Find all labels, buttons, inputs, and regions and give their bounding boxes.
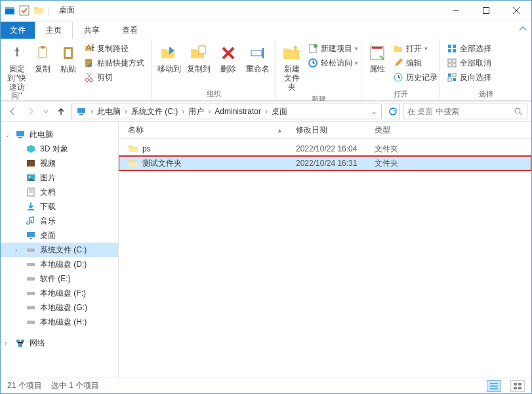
svg-rect-73	[514, 387, 517, 389]
tree-item[interactable]: 3D 对象	[1, 142, 118, 156]
details-view-button[interactable]	[487, 380, 501, 392]
svg-point-46	[29, 176, 31, 178]
svg-rect-72	[518, 383, 522, 385]
svg-rect-41	[18, 137, 22, 138]
tab-home[interactable]: 主页	[35, 22, 73, 39]
invert-selection-button[interactable]: 反向选择	[444, 70, 494, 85]
breadcrumb-dropdown-icon[interactable]: ⌄	[368, 104, 380, 119]
tree-item[interactable]: 本地磁盘 (H:)	[1, 315, 118, 329]
tab-share[interactable]: 共享	[73, 22, 111, 39]
select-none-button[interactable]: 全部取消	[444, 56, 494, 70]
svg-point-15	[90, 79, 93, 82]
svg-rect-1	[5, 7, 14, 9]
paste-button[interactable]: 粘贴	[56, 41, 80, 75]
move-to-button[interactable]: 移动到	[155, 41, 184, 75]
svg-rect-2	[20, 6, 29, 15]
file-row[interactable]: ps 2022/10/22 16:04 文件夹	[119, 142, 531, 156]
new-item-button[interactable]: 新建项目▾	[305, 41, 361, 56]
tree-item[interactable]: ›系统文件 (C:)	[1, 243, 118, 257]
svg-rect-26	[448, 49, 451, 52]
address-bar: › 此电脑› 系统文件 (C:)› 用户› Administrator› 桌面 …	[1, 101, 531, 122]
edit-button[interactable]: 编辑	[390, 56, 440, 70]
breadcrumb-pc-icon[interactable]	[73, 104, 89, 119]
svg-rect-32	[448, 73, 451, 77]
svg-rect-8	[41, 46, 45, 49]
tree-network[interactable]: ›网络	[1, 336, 118, 350]
pin-quick-access-button[interactable]: 固定到"快速访问"	[5, 41, 29, 102]
quickaccess-check-icon[interactable]	[19, 5, 30, 16]
easy-access-button[interactable]: 轻松访问▾	[305, 56, 361, 70]
breadcrumb-item[interactable]: 用户	[186, 104, 207, 119]
column-name[interactable]: 名称▲	[119, 125, 296, 136]
content-pane: 名称▲ 修改日期 类型 ps 2022/10/22 16:04 文件夹 测试文件…	[119, 122, 531, 378]
nav-forward-button[interactable]	[23, 104, 39, 119]
refresh-button[interactable]	[384, 104, 400, 119]
copy-to-button[interactable]: 复制到	[185, 41, 213, 75]
breadcrumb-item[interactable]: 桌面	[269, 104, 290, 119]
breadcrumb-sep[interactable]: ›	[89, 107, 94, 116]
search-input[interactable]	[407, 107, 510, 116]
tree-item[interactable]: 本地磁盘 (G:)	[1, 300, 118, 315]
tab-view[interactable]: 查看	[111, 22, 149, 39]
cut-button[interactable]: 剪切	[81, 70, 147, 85]
svg-point-62	[33, 307, 34, 309]
tree-item[interactable]: 本地磁盘 (D:)	[1, 257, 118, 271]
svg-rect-74	[518, 387, 522, 389]
maximize-button[interactable]	[471, 1, 501, 20]
breadcrumb-item[interactable]: 此电脑	[94, 104, 123, 119]
svg-text:ABC: ABC	[86, 43, 94, 52]
tab-file[interactable]: 文件	[1, 22, 35, 39]
column-date[interactable]: 修改日期	[296, 125, 375, 136]
breadcrumb[interactable]: › 此电脑› 系统文件 (C:)› 用户› Administrator› 桌面 …	[72, 104, 382, 119]
svg-rect-16	[199, 46, 205, 54]
tree-item[interactable]: 桌面	[1, 228, 118, 243]
new-folder-button[interactable]: 新建文件夹	[280, 41, 304, 93]
column-type[interactable]: 类型	[375, 125, 531, 136]
svg-rect-65	[16, 340, 20, 342]
paste-shortcut-button[interactable]: 粘贴快捷方式	[81, 56, 147, 70]
open-button[interactable]: 打开▾	[390, 41, 440, 56]
column-headers: 名称▲ 修改日期 类型	[119, 122, 531, 139]
file-list: ps 2022/10/22 16:04 文件夹 测试文件夹 2022/10/24…	[119, 139, 531, 378]
svg-point-38	[515, 108, 520, 113]
nav-back-button[interactable]	[5, 104, 20, 119]
breadcrumb-item[interactable]: Administrator	[212, 104, 264, 119]
properties-button[interactable]: 属性	[365, 41, 389, 75]
tree-this-pc[interactable]: ⌄此电脑	[1, 127, 118, 142]
sort-indicator-icon: ▲	[277, 127, 283, 134]
svg-rect-40	[16, 131, 24, 136]
tree-item[interactable]: 软件 (E:)	[1, 271, 118, 286]
tree-item[interactable]: 音乐	[1, 214, 118, 228]
tree-item[interactable]: 文档	[1, 185, 118, 199]
history-button[interactable]: 历史记录	[390, 70, 440, 85]
svg-rect-52	[30, 238, 32, 239]
close-button[interactable]	[501, 1, 531, 20]
svg-point-56	[33, 264, 34, 266]
nav-up-button[interactable]	[53, 104, 69, 119]
copy-path-button[interactable]: ABC复制路径	[81, 41, 147, 56]
ribbon-tabs: 文件 主页 共享 查看	[1, 20, 531, 39]
select-all-button[interactable]: 全部选择	[444, 41, 494, 56]
svg-point-54	[33, 250, 34, 251]
tree-item[interactable]: 下载	[1, 199, 118, 214]
tree-item[interactable]: 视频	[1, 156, 118, 170]
icons-view-button[interactable]	[510, 380, 525, 392]
svg-rect-43	[27, 160, 28, 167]
search-box[interactable]	[403, 104, 527, 119]
rename-button[interactable]: 重命名	[243, 41, 272, 75]
nav-recent-button[interactable]	[41, 104, 51, 119]
folder-title-icon	[33, 5, 44, 16]
copy-button[interactable]: 复制	[30, 41, 54, 75]
svg-rect-35	[448, 78, 451, 81]
svg-rect-31	[453, 64, 456, 67]
delete-button[interactable]: 删除	[215, 41, 243, 75]
svg-point-64	[33, 322, 34, 323]
tree-item[interactable]: 图片	[1, 170, 118, 185]
file-row[interactable]: 测试文件夹 2022/10/24 16:31 文件夹	[119, 156, 531, 170]
breadcrumb-item[interactable]: 系统文件 (C:)	[129, 104, 180, 119]
ribbon-collapse-icon[interactable]	[518, 24, 527, 33]
tree-item[interactable]: 本地磁盘 (F:)	[1, 286, 118, 300]
svg-point-20	[314, 44, 317, 48]
svg-rect-33	[453, 78, 456, 81]
minimize-button[interactable]	[441, 1, 471, 20]
